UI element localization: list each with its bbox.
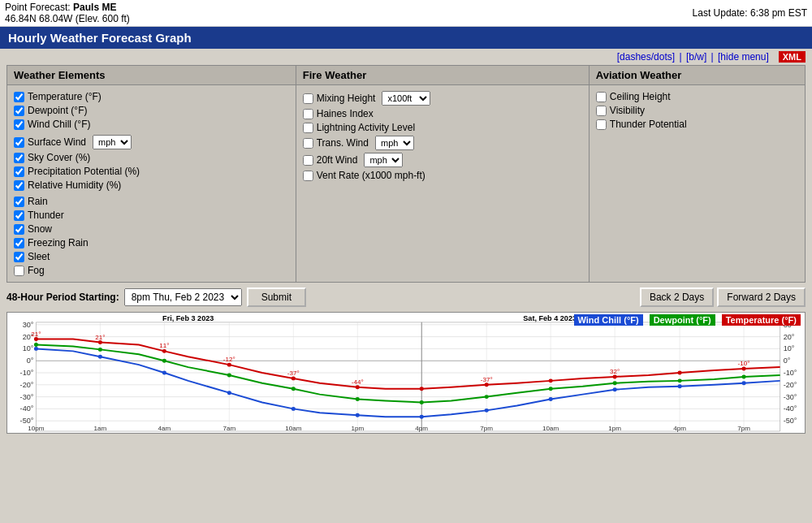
period-select[interactable]: 8pm Thu, Feb 2 2023 bbox=[124, 288, 242, 306]
trans-wind-checkbox[interactable] bbox=[303, 138, 313, 149]
svg-point-58 bbox=[98, 340, 102, 344]
svg-text:-10°: -10° bbox=[784, 369, 797, 377]
surface-wind-unit-select[interactable]: mph kts m/s bbox=[93, 135, 132, 149]
surface-wind-checkbox[interactable] bbox=[14, 137, 24, 148]
dashes-dots-link[interactable]: [dashes/dots] bbox=[617, 51, 675, 63]
rain-row: Rain bbox=[14, 196, 289, 207]
precip-potential-row: Precipitation Potential (%) bbox=[14, 166, 289, 177]
fog-row: Fog bbox=[14, 265, 289, 276]
svg-point-93 bbox=[227, 391, 231, 395]
svg-point-67 bbox=[678, 371, 682, 375]
svg-point-78 bbox=[34, 343, 38, 347]
trans-wind-label: Trans. Wind bbox=[317, 137, 369, 149]
page-title: Hourly Weather Forecast Graph bbox=[0, 27, 812, 49]
last-update: Last Update: 6:38 pm EST bbox=[693, 7, 807, 19]
svg-point-83 bbox=[356, 397, 360, 401]
svg-text:Sat, Feb 4 2023: Sat, Feb 4 2023 bbox=[523, 314, 577, 322]
aviation-weather-header: Aviation Weather bbox=[589, 66, 805, 85]
dewpoint-checkbox[interactable] bbox=[14, 106, 24, 116]
svg-point-68 bbox=[742, 367, 746, 371]
wind-20ft-checkbox[interactable] bbox=[303, 155, 313, 166]
mixing-height-checkbox[interactable] bbox=[303, 93, 313, 104]
lightning-checkbox[interactable] bbox=[303, 123, 313, 133]
lightning-row: Lightning Activity Level bbox=[303, 122, 582, 133]
svg-point-57 bbox=[34, 337, 38, 341]
relative-humidity-checkbox[interactable] bbox=[14, 180, 24, 191]
thunder-label: Thunder bbox=[28, 210, 64, 221]
forward-button[interactable]: Forward 2 Days bbox=[717, 287, 806, 307]
svg-text:21°: 21° bbox=[31, 331, 41, 338]
svg-text:4pm: 4pm bbox=[673, 425, 686, 432]
svg-text:10am: 10am bbox=[285, 425, 302, 432]
visibility-checkbox[interactable] bbox=[596, 106, 607, 116]
svg-text:4pm: 4pm bbox=[415, 425, 428, 432]
relative-humidity-label: Relative Humidity (%) bbox=[28, 179, 121, 191]
svg-text:10°: 10° bbox=[784, 344, 795, 352]
svg-text:-12°: -12° bbox=[223, 356, 235, 363]
svg-point-80 bbox=[162, 359, 166, 363]
trans-wind-row: Trans. Wind mph kts bbox=[303, 136, 582, 150]
svg-text:-37°: -37° bbox=[481, 376, 493, 383]
svg-point-101 bbox=[742, 381, 746, 385]
temperature-checkbox[interactable] bbox=[14, 92, 24, 102]
svg-text:7pm: 7pm bbox=[480, 425, 493, 432]
rain-checkbox[interactable] bbox=[14, 197, 24, 207]
nav-buttons: Back 2 Days Forward 2 Days bbox=[640, 287, 806, 307]
svg-text:32°: 32° bbox=[610, 368, 620, 375]
svg-text:20°: 20° bbox=[784, 333, 795, 341]
temperature-row: Temperature (°F) bbox=[14, 91, 289, 102]
thunder-potential-checkbox[interactable] bbox=[596, 119, 607, 130]
bottom-controls: 48-Hour Period Starting: 8pm Thu, Feb 2 … bbox=[0, 283, 812, 312]
svg-text:Fri, Feb 3 2023: Fri, Feb 3 2023 bbox=[162, 314, 214, 322]
trans-wind-unit-select[interactable]: mph kts bbox=[375, 136, 414, 150]
vent-rate-row: Vent Rate (x1000 mph-ft) bbox=[303, 170, 582, 181]
precip-potential-label: Precipitation Potential (%) bbox=[28, 166, 140, 177]
ceiling-height-checkbox[interactable] bbox=[596, 92, 607, 102]
svg-point-95 bbox=[356, 413, 360, 417]
mixing-height-unit-select[interactable]: x100ft x100m bbox=[382, 91, 430, 106]
vent-rate-checkbox[interactable] bbox=[303, 171, 313, 181]
xml-button[interactable]: XML bbox=[779, 51, 806, 63]
svg-point-84 bbox=[420, 400, 424, 404]
submit-button[interactable]: Submit bbox=[247, 287, 306, 307]
svg-point-66 bbox=[613, 374, 617, 378]
svg-text:-44°: -44° bbox=[352, 378, 364, 386]
wind-20ft-unit-select[interactable]: mph kts bbox=[364, 153, 403, 167]
svg-text:-40°: -40° bbox=[20, 404, 34, 413]
svg-text:1pm: 1pm bbox=[608, 425, 621, 432]
fog-label: Fog bbox=[28, 265, 45, 276]
svg-point-86 bbox=[549, 387, 553, 391]
rain-label: Rain bbox=[28, 196, 48, 207]
svg-point-63 bbox=[420, 387, 424, 391]
haines-index-checkbox[interactable] bbox=[303, 109, 313, 119]
back-button[interactable]: Back 2 Days bbox=[640, 287, 714, 307]
sky-cover-checkbox[interactable] bbox=[14, 153, 24, 163]
sleet-checkbox[interactable] bbox=[14, 252, 24, 262]
svg-text:-10°: -10° bbox=[20, 369, 34, 377]
hide-menu-link[interactable]: [hide menu] bbox=[718, 51, 769, 63]
chart-legend: Wind Chill (°F) Dewpoint (°F) Temperatur… bbox=[574, 314, 801, 326]
freezing-rain-checkbox[interactable] bbox=[14, 238, 24, 249]
svg-text:-40°: -40° bbox=[784, 404, 797, 413]
svg-text:-50°: -50° bbox=[20, 417, 34, 425]
weather-options-table: Weather Elements Fire Weather Aviation W… bbox=[6, 65, 806, 283]
thunder-checkbox[interactable] bbox=[14, 210, 24, 221]
fog-checkbox[interactable] bbox=[14, 266, 24, 276]
svg-point-100 bbox=[678, 384, 682, 388]
bw-link[interactable]: [b/w] bbox=[686, 51, 706, 63]
wind-chill-checkbox[interactable] bbox=[14, 119, 24, 130]
freezing-rain-label: Freezing Rain bbox=[28, 237, 89, 249]
svg-text:0°: 0° bbox=[784, 357, 791, 365]
wind-20ft-row: 20ft Wind mph kts bbox=[303, 153, 582, 167]
snow-checkbox[interactable] bbox=[14, 224, 24, 235]
precip-potential-checkbox[interactable] bbox=[14, 166, 24, 177]
thunder-row: Thunder bbox=[14, 210, 289, 221]
svg-text:-20°: -20° bbox=[784, 381, 797, 389]
fire-weather-header: Fire Weather bbox=[296, 66, 589, 85]
svg-text:-37°: -37° bbox=[287, 370, 300, 377]
svg-text:-50°: -50° bbox=[784, 417, 797, 425]
svg-point-87 bbox=[613, 381, 617, 385]
aviation-weather-col: Ceiling Height Visibility Thunder Potent… bbox=[589, 85, 805, 283]
temperature-legend: Temperature (°F) bbox=[722, 314, 801, 326]
vent-rate-label: Vent Rate (x1000 mph-ft) bbox=[317, 170, 425, 181]
